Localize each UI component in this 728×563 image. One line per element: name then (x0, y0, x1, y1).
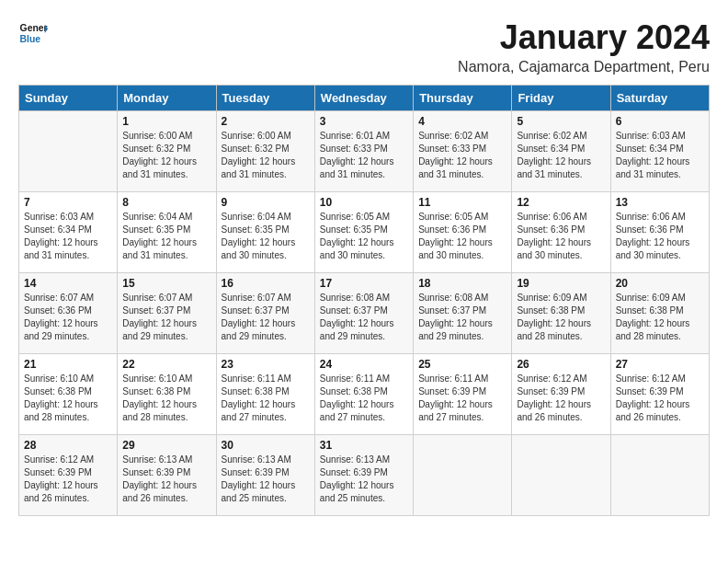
cell-info: Sunrise: 6:07 AM Sunset: 6:37 PM Dayligh… (122, 292, 210, 343)
calendar-cell: 4Sunrise: 6:02 AM Sunset: 6:33 PM Daylig… (414, 111, 512, 192)
day-number: 23 (222, 358, 310, 371)
cell-info: Sunrise: 6:01 AM Sunset: 6:33 PM Dayligh… (320, 130, 408, 181)
calendar-cell: 13Sunrise: 6:06 AM Sunset: 6:36 PM Dayli… (610, 192, 709, 273)
logo-icon: General Blue (18, 18, 48, 48)
calendar-cell: 3Sunrise: 6:01 AM Sunset: 6:33 PM Daylig… (314, 111, 413, 192)
cell-info: Sunrise: 6:12 AM Sunset: 6:39 PM Dayligh… (616, 373, 704, 424)
calendar-cell: 15Sunrise: 6:07 AM Sunset: 6:37 PM Dayli… (118, 273, 216, 354)
calendar-cell: 9Sunrise: 6:04 AM Sunset: 6:35 PM Daylig… (216, 192, 314, 273)
day-number: 22 (122, 358, 210, 371)
calendar-cell: 25Sunrise: 6:11 AM Sunset: 6:39 PM Dayli… (414, 354, 512, 435)
cell-info: Sunrise: 6:00 AM Sunset: 6:32 PM Dayligh… (222, 130, 310, 181)
cell-info: Sunrise: 6:04 AM Sunset: 6:35 PM Dayligh… (122, 211, 210, 262)
calendar-cell: 22Sunrise: 6:10 AM Sunset: 6:38 PM Dayli… (118, 354, 216, 435)
day-number: 30 (222, 439, 310, 452)
weekday-saturday: Saturday (610, 86, 709, 111)
calendar-cell: 7Sunrise: 6:03 AM Sunset: 6:34 PM Daylig… (19, 192, 118, 273)
calendar-cell: 6Sunrise: 6:03 AM Sunset: 6:34 PM Daylig… (610, 111, 709, 192)
day-number: 21 (24, 358, 112, 371)
calendar-cell: 17Sunrise: 6:08 AM Sunset: 6:37 PM Dayli… (314, 273, 413, 354)
cell-info: Sunrise: 6:08 AM Sunset: 6:37 PM Dayligh… (320, 292, 408, 343)
calendar-cell: 30Sunrise: 6:13 AM Sunset: 6:39 PM Dayli… (216, 435, 314, 516)
cell-info: Sunrise: 6:07 AM Sunset: 6:36 PM Dayligh… (24, 292, 112, 343)
calendar-cell: 29Sunrise: 6:13 AM Sunset: 6:39 PM Dayli… (118, 435, 216, 516)
calendar-cell: 8Sunrise: 6:04 AM Sunset: 6:35 PM Daylig… (118, 192, 216, 273)
cell-info: Sunrise: 6:05 AM Sunset: 6:36 PM Dayligh… (418, 211, 506, 262)
cell-info: Sunrise: 6:12 AM Sunset: 6:39 PM Dayligh… (24, 454, 112, 505)
calendar-cell: 2Sunrise: 6:00 AM Sunset: 6:32 PM Daylig… (216, 111, 314, 192)
cell-info: Sunrise: 6:06 AM Sunset: 6:36 PM Dayligh… (616, 211, 704, 262)
calendar-cell: 18Sunrise: 6:08 AM Sunset: 6:37 PM Dayli… (414, 273, 512, 354)
cell-info: Sunrise: 6:13 AM Sunset: 6:39 PM Dayligh… (222, 454, 310, 505)
title-area: January 2024 Namora, Cajamarca Departmen… (458, 18, 710, 75)
weekday-wednesday: Wednesday (314, 86, 413, 111)
weekday-header-row: SundayMondayTuesdayWednesdayThursdayFrid… (19, 86, 710, 111)
calendar-cell: 28Sunrise: 6:12 AM Sunset: 6:39 PM Dayli… (19, 435, 118, 516)
weekday-sunday: Sunday (19, 86, 118, 111)
day-number: 20 (616, 277, 704, 290)
day-number: 3 (320, 115, 408, 128)
calendar-cell: 19Sunrise: 6:09 AM Sunset: 6:38 PM Dayli… (512, 273, 610, 354)
calendar-week-5: 28Sunrise: 6:12 AM Sunset: 6:39 PM Dayli… (19, 435, 710, 516)
day-number: 13 (616, 196, 704, 209)
page-header: General Blue January 2024 Namora, Cajama… (18, 18, 710, 75)
cell-info: Sunrise: 6:13 AM Sunset: 6:39 PM Dayligh… (122, 454, 210, 505)
cell-info: Sunrise: 6:07 AM Sunset: 6:37 PM Dayligh… (222, 292, 310, 343)
cell-info: Sunrise: 6:08 AM Sunset: 6:37 PM Dayligh… (418, 292, 506, 343)
day-number: 24 (320, 358, 408, 371)
calendar-week-3: 14Sunrise: 6:07 AM Sunset: 6:36 PM Dayli… (19, 273, 710, 354)
cell-info: Sunrise: 6:04 AM Sunset: 6:35 PM Dayligh… (222, 211, 310, 262)
day-number: 10 (320, 196, 408, 209)
day-number: 6 (616, 115, 704, 128)
calendar-cell: 12Sunrise: 6:06 AM Sunset: 6:36 PM Dayli… (512, 192, 610, 273)
day-number: 14 (24, 277, 112, 290)
calendar-cell: 5Sunrise: 6:02 AM Sunset: 6:34 PM Daylig… (512, 111, 610, 192)
calendar-cell: 10Sunrise: 6:05 AM Sunset: 6:35 PM Dayli… (314, 192, 413, 273)
day-number: 19 (517, 277, 605, 290)
calendar-cell: 11Sunrise: 6:05 AM Sunset: 6:36 PM Dayli… (414, 192, 512, 273)
day-number: 11 (418, 196, 506, 209)
cell-info: Sunrise: 6:13 AM Sunset: 6:39 PM Dayligh… (320, 454, 408, 505)
calendar-cell (414, 435, 512, 516)
calendar-week-1: 1Sunrise: 6:00 AM Sunset: 6:32 PM Daylig… (19, 111, 710, 192)
cell-info: Sunrise: 6:00 AM Sunset: 6:32 PM Dayligh… (122, 130, 210, 181)
calendar-cell: 27Sunrise: 6:12 AM Sunset: 6:39 PM Dayli… (610, 354, 709, 435)
day-number: 26 (517, 358, 605, 371)
location: Namora, Cajamarca Department, Peru (458, 59, 710, 75)
cell-info: Sunrise: 6:05 AM Sunset: 6:35 PM Dayligh… (320, 211, 408, 262)
day-number: 8 (122, 196, 210, 209)
cell-info: Sunrise: 6:12 AM Sunset: 6:39 PM Dayligh… (517, 373, 605, 424)
calendar-cell: 21Sunrise: 6:10 AM Sunset: 6:38 PM Dayli… (19, 354, 118, 435)
svg-text:Blue: Blue (20, 34, 41, 44)
day-number: 1 (122, 115, 210, 128)
calendar-cell: 31Sunrise: 6:13 AM Sunset: 6:39 PM Dayli… (314, 435, 413, 516)
cell-info: Sunrise: 6:11 AM Sunset: 6:39 PM Dayligh… (418, 373, 506, 424)
cell-info: Sunrise: 6:06 AM Sunset: 6:36 PM Dayligh… (517, 211, 605, 262)
svg-text:General: General (20, 23, 48, 33)
cell-info: Sunrise: 6:10 AM Sunset: 6:38 PM Dayligh… (24, 373, 112, 424)
calendar-body: 1Sunrise: 6:00 AM Sunset: 6:32 PM Daylig… (19, 111, 710, 516)
calendar-cell: 1Sunrise: 6:00 AM Sunset: 6:32 PM Daylig… (118, 111, 216, 192)
calendar-table: SundayMondayTuesdayWednesdayThursdayFrid… (18, 85, 710, 516)
calendar-cell (19, 111, 118, 192)
calendar-cell (512, 435, 610, 516)
calendar-week-4: 21Sunrise: 6:10 AM Sunset: 6:38 PM Dayli… (19, 354, 710, 435)
day-number: 17 (320, 277, 408, 290)
day-number: 28 (24, 439, 112, 452)
day-number: 15 (122, 277, 210, 290)
weekday-monday: Monday (118, 86, 216, 111)
cell-info: Sunrise: 6:09 AM Sunset: 6:38 PM Dayligh… (616, 292, 704, 343)
day-number: 2 (222, 115, 310, 128)
calendar-cell: 14Sunrise: 6:07 AM Sunset: 6:36 PM Dayli… (19, 273, 118, 354)
cell-info: Sunrise: 6:02 AM Sunset: 6:33 PM Dayligh… (418, 130, 506, 181)
calendar-week-2: 7Sunrise: 6:03 AM Sunset: 6:34 PM Daylig… (19, 192, 710, 273)
day-number: 7 (24, 196, 112, 209)
day-number: 27 (616, 358, 704, 371)
cell-info: Sunrise: 6:03 AM Sunset: 6:34 PM Dayligh… (24, 211, 112, 262)
calendar-cell: 20Sunrise: 6:09 AM Sunset: 6:38 PM Dayli… (610, 273, 709, 354)
calendar-cell: 24Sunrise: 6:11 AM Sunset: 6:38 PM Dayli… (314, 354, 413, 435)
cell-info: Sunrise: 6:09 AM Sunset: 6:38 PM Dayligh… (517, 292, 605, 343)
day-number: 16 (222, 277, 310, 290)
cell-info: Sunrise: 6:11 AM Sunset: 6:38 PM Dayligh… (320, 373, 408, 424)
cell-info: Sunrise: 6:11 AM Sunset: 6:38 PM Dayligh… (222, 373, 310, 424)
